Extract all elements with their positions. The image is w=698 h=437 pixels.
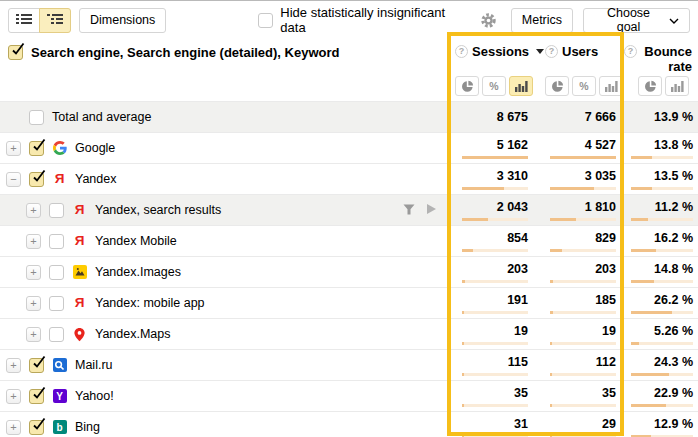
row-label[interactable]: Yandex <box>75 172 116 186</box>
users-cell: 1 810 <box>536 195 624 225</box>
row-checkbox[interactable] <box>49 203 64 218</box>
bounce-column-label[interactable]: Bounce rate <box>641 44 692 74</box>
users-bar <box>550 218 616 221</box>
row-checkbox[interactable] <box>29 172 44 187</box>
help-icon[interactable]: ? <box>545 45 558 58</box>
users-column-label[interactable]: Users <box>562 44 598 59</box>
users-bar <box>550 249 616 252</box>
row-checkbox[interactable] <box>49 296 64 311</box>
help-icon[interactable]: ? <box>455 45 468 58</box>
sessions-cell: 3 310 <box>448 164 536 194</box>
expand-button[interactable]: − <box>6 172 21 187</box>
tree-view-button[interactable] <box>39 8 71 33</box>
sessions-value: 3 310 <box>497 169 536 184</box>
bounce-bars-button[interactable] <box>665 76 689 96</box>
bounce-cell: 12.9 % <box>624 412 698 437</box>
row-label[interactable]: Yandex: mobile app <box>95 296 205 310</box>
metrics-button[interactable]: Metrics <box>511 8 573 33</box>
users-bars-button[interactable] <box>599 76 623 96</box>
expand-button[interactable]: + <box>6 141 21 156</box>
row-checkbox[interactable] <box>49 327 64 342</box>
bounce-bar <box>631 373 693 376</box>
sessions-value: 31 <box>514 417 536 432</box>
row-label[interactable]: Google <box>75 141 115 155</box>
users-bar <box>550 342 616 345</box>
expand-button[interactable]: + <box>26 296 41 311</box>
row-checkbox[interactable] <box>29 389 44 404</box>
users-value: 203 <box>595 262 624 277</box>
hide-insignificant-label: Hide statistically insignificant data <box>280 5 470 35</box>
expand-button[interactable]: + <box>26 234 41 249</box>
row-label[interactable]: Mail.ru <box>75 358 113 372</box>
bounce-pie-button[interactable] <box>638 76 662 96</box>
sessions-cell: 854 <box>448 226 536 256</box>
row-checkbox[interactable] <box>49 265 64 280</box>
expand-button[interactable]: + <box>6 358 21 373</box>
row-label[interactable]: Yandex, search results <box>95 203 221 217</box>
users-percent-button[interactable]: % <box>572 76 596 96</box>
row-checkbox[interactable] <box>29 420 44 435</box>
dimensions-button[interactable]: Dimensions <box>79 8 166 33</box>
table-row: Total and average 8 675 7 666 13.9 % <box>0 101 698 132</box>
users-value: 19 <box>602 324 624 339</box>
yahoo-favicon: Y <box>52 389 67 404</box>
bounce-bar <box>631 311 693 314</box>
expand-button[interactable]: + <box>26 265 41 280</box>
users-value: 35 <box>602 386 624 401</box>
chevron-down-icon <box>669 13 679 27</box>
sessions-value: 5 162 <box>497 138 536 153</box>
bounce-value: 12.9 % <box>654 417 698 432</box>
gear-icon[interactable] <box>480 12 497 29</box>
hide-insignificant-control[interactable]: Hide statistically insignificant data <box>258 5 470 35</box>
table-row: + Я Yandex: mobile app 191 185 26.2 % <box>0 287 698 318</box>
sessions-bar <box>462 311 528 314</box>
row-checkbox[interactable] <box>29 110 44 125</box>
expand-button[interactable]: + <box>26 203 41 218</box>
sessions-value: 191 <box>507 293 536 308</box>
row-checkbox[interactable] <box>29 141 44 156</box>
report-table-body: Total and average 8 675 7 666 13.9 % + G… <box>0 101 698 437</box>
row-label[interactable]: Bing <box>75 420 100 434</box>
table-row: + Yandex.Images 203 203 14.8 % <box>0 256 698 287</box>
expand-button[interactable]: + <box>26 327 41 342</box>
mailru-favicon <box>52 358 67 373</box>
sessions-bar <box>462 156 528 159</box>
row-label[interactable]: Yandex Mobile <box>95 234 177 248</box>
sessions-bar <box>462 280 528 283</box>
expand-button[interactable]: + <box>6 389 21 404</box>
sessions-column-label[interactable]: Sessions <box>472 44 529 59</box>
filter-icon[interactable] <box>403 203 415 218</box>
bounce-bar <box>631 249 693 252</box>
users-bar <box>550 280 616 283</box>
bounce-cell: 26.2 % <box>624 288 698 318</box>
row-label[interactable]: Yandex.Maps <box>95 327 171 341</box>
yandex-favicon: Я <box>72 203 87 218</box>
row-label[interactable]: Total and average <box>52 110 151 124</box>
yandex-favicon: Я <box>52 172 67 187</box>
yandex-favicon: Я <box>72 234 87 249</box>
row-label[interactable]: Yandex.Images <box>95 265 181 279</box>
users-pie-button[interactable] <box>545 76 569 96</box>
flat-view-button[interactable] <box>8 8 40 33</box>
hide-insignificant-checkbox[interactable] <box>258 13 273 28</box>
users-bar <box>550 311 616 314</box>
bounce-value: 16.2 % <box>654 231 698 246</box>
sessions-percent-button[interactable]: % <box>482 76 506 96</box>
row-label[interactable]: Yahoo! <box>75 389 114 403</box>
bounce-bar <box>631 342 693 345</box>
sessions-pie-button[interactable] <box>455 76 479 96</box>
sessions-bars-button[interactable] <box>509 76 533 96</box>
choose-goal-button[interactable]: Choose goal <box>583 8 690 33</box>
dimension-title: Search engine, Search engine (detailed),… <box>31 45 339 60</box>
bounce-value: 14.8 % <box>654 262 698 277</box>
row-checkbox[interactable] <box>49 234 64 249</box>
users-bar <box>550 187 616 190</box>
expand-button[interactable]: + <box>6 420 21 435</box>
table-row: + b Bing 31 29 12.9 % <box>0 411 698 437</box>
row-checkbox[interactable] <box>29 358 44 373</box>
select-all-checkbox[interactable] <box>8 45 23 60</box>
play-icon[interactable] <box>426 203 437 218</box>
bounce-value: 11.2 % <box>655 200 698 215</box>
column-header-bounce: ? Bounce rate <box>624 37 698 96</box>
help-icon[interactable]: ? <box>624 45 637 58</box>
